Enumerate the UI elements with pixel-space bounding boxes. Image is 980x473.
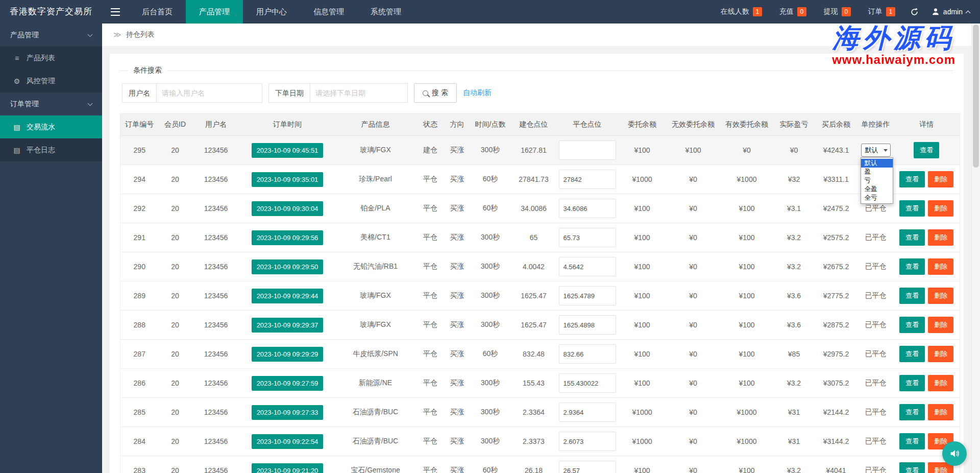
sidebar-item[interactable]: ⚙风控管理 (0, 69, 102, 92)
order-time-button[interactable]: 2023-10-09 09:29:44 (252, 289, 324, 303)
column-header: 单控操作 (858, 113, 894, 136)
view-button[interactable]: 查看 (899, 229, 925, 246)
refresh-button[interactable] (904, 0, 925, 23)
delete-button[interactable]: 删除 (928, 200, 953, 217)
delete-button[interactable]: 删除 (928, 229, 953, 246)
sidebar-menu: 产品管理≡产品列表⚙风控管理订单管理▤交易流水▤平仓日志 (0, 23, 102, 161)
order-row: 295201234562023-10-09 09:45:51玻璃/FGX建仓买涨… (120, 136, 960, 165)
delete-button[interactable]: 删除 (928, 404, 953, 420)
sidebar-toggle-button[interactable] (102, 0, 129, 23)
order-time-button[interactable]: 2023-10-09 09:29:56 (252, 230, 324, 245)
member-id-cell: 20 (159, 456, 192, 473)
order-id-cell: 292 (120, 194, 159, 223)
order-time-button[interactable]: 2023-10-09 09:29:29 (252, 347, 324, 362)
view-button[interactable]: 查看 (914, 142, 939, 158)
sidebar-group[interactable]: 产品管理 (0, 23, 102, 46)
close-point-input[interactable] (559, 344, 616, 364)
delete-button[interactable]: 删除 (928, 375, 953, 391)
order-time-button[interactable]: 2023-10-09 09:29:50 (252, 259, 324, 274)
view-button[interactable]: 查看 (899, 171, 925, 187)
close-point-input[interactable] (559, 315, 616, 335)
order-time-button[interactable]: 2023-10-09 09:22:54 (252, 434, 324, 449)
order-time-cell: 2023-10-09 09:45:51 (240, 136, 335, 165)
select-option[interactable]: 亏 (861, 176, 893, 185)
control-cell: 已平仓 (858, 369, 894, 398)
view-button[interactable]: 查看 (899, 346, 925, 362)
close-point-input[interactable] (559, 403, 616, 422)
view-button[interactable]: 查看 (899, 317, 925, 333)
top-menu-item[interactable]: 用户中心 (243, 0, 300, 23)
close-point-cell (557, 281, 618, 311)
sidebar-item[interactable]: ≡产品列表 (0, 46, 102, 69)
product-cell: 玻璃/FGX (335, 311, 416, 340)
direction-cell: 买涨 (445, 223, 470, 252)
close-point-input[interactable] (559, 228, 616, 247)
topbar-stat[interactable]: 在线人数1 (712, 0, 771, 23)
control-select-box[interactable]: 默认 (861, 144, 891, 157)
status-cell: 平仓 (416, 252, 445, 281)
delete-button[interactable]: 删除 (928, 171, 953, 187)
username-input[interactable] (156, 83, 262, 103)
invalid-entrust-cell: ¥0 (667, 194, 720, 223)
close-point-input[interactable] (559, 140, 616, 160)
sidebar-item-label: 风控管理 (27, 77, 55, 86)
direction-cell: 买涨 (445, 165, 470, 194)
top-menu-item[interactable]: 产品管理 (186, 0, 243, 23)
view-button[interactable]: 查看 (899, 375, 925, 391)
order-time-button[interactable]: 2023-10-09 09:29:37 (252, 318, 324, 333)
delete-button[interactable]: 删除 (928, 288, 953, 304)
select-option[interactable]: 盈 (861, 168, 893, 176)
topbar-stat[interactable]: 提现0 (815, 0, 860, 23)
chevron-down-icon (88, 101, 93, 106)
delete-button[interactable]: 删除 (928, 317, 953, 333)
order-time-button[interactable]: 2023-10-09 09:35:01 (252, 172, 324, 187)
topbar-stat[interactable]: 充值0 (771, 0, 815, 23)
close-point-input[interactable] (559, 257, 616, 276)
view-button[interactable]: 查看 (899, 200, 925, 217)
username-cell: 123456 (192, 340, 240, 369)
close-point-input[interactable] (559, 199, 616, 218)
top-menu-item[interactable]: 系统管理 (357, 0, 414, 23)
order-date-input[interactable] (310, 83, 408, 103)
profit-cell: ¥31 (774, 427, 815, 456)
sidebar-item[interactable]: ▤交易流水 (0, 115, 102, 138)
select-option[interactable]: 全盈 (861, 185, 893, 194)
close-point-input[interactable] (559, 461, 616, 473)
page-scrollbar[interactable] (971, 23, 980, 473)
product-cell: 珍珠/Pearl (335, 165, 416, 194)
status-cell: 平仓 (416, 427, 445, 456)
view-button[interactable]: 查看 (899, 258, 925, 275)
delete-button[interactable]: 删除 (928, 258, 953, 275)
view-button[interactable]: 查看 (899, 288, 925, 304)
open-point-cell: 2.3364 (511, 398, 557, 427)
top-menu: 后台首页产品管理用户中心信息管理系统管理 (129, 0, 414, 23)
order-time-button[interactable]: 2023-10-09 09:27:33 (252, 405, 324, 420)
delete-button[interactable]: 删除 (928, 346, 953, 362)
floating-sound-button[interactable] (942, 441, 967, 466)
select-option[interactable]: 全亏 (861, 194, 893, 202)
close-point-input[interactable] (559, 432, 616, 451)
scrollbar-thumb[interactable] (973, 25, 979, 168)
order-time-button[interactable]: 2023-10-09 09:21:20 (252, 463, 324, 473)
close-point-input[interactable] (559, 170, 616, 189)
admin-menu[interactable]: admin (925, 0, 980, 23)
view-button[interactable]: 查看 (899, 404, 925, 420)
control-select[interactable]: 默认默认盈亏全盈全亏 (861, 144, 891, 157)
top-menu-item[interactable]: 信息管理 (300, 0, 357, 23)
view-button[interactable]: 查看 (899, 462, 925, 473)
view-button[interactable]: 查看 (899, 433, 925, 450)
close-point-input[interactable] (559, 286, 616, 305)
top-menu-item[interactable]: 后台首页 (129, 0, 186, 23)
search-button[interactable]: 搜 索 (414, 83, 457, 103)
auto-refresh-link[interactable]: 自动刷新 (463, 88, 492, 98)
order-time-button[interactable]: 2023-10-09 09:27:59 (252, 376, 324, 391)
sidebar-group[interactable]: 订单管理 (0, 92, 102, 115)
topbar-stat[interactable]: 订单1 (860, 0, 904, 23)
close-point-input[interactable] (559, 373, 616, 393)
select-option[interactable]: 默认 (861, 159, 893, 168)
order-time-button[interactable]: 2023-10-09 09:45:51 (252, 143, 324, 158)
content-card: 条件搜索 用户名 下单日期 搜 索 自动刷新 (110, 54, 964, 473)
stat-label: 订单 (868, 7, 883, 16)
sidebar-item[interactable]: ▤平仓日志 (0, 138, 102, 161)
order-time-button[interactable]: 2023-10-09 09:30:04 (252, 201, 324, 216)
